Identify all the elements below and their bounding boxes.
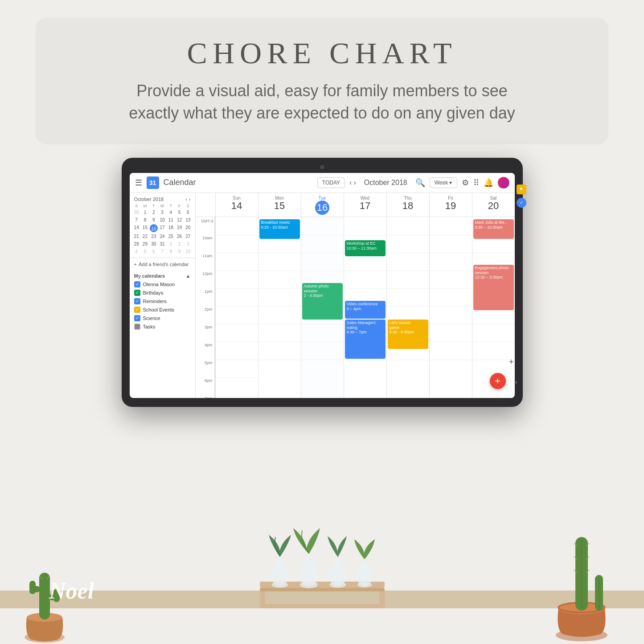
mini-day[interactable]: 4: [167, 209, 175, 216]
mini-day[interactable]: 3: [184, 241, 192, 247]
mini-day[interactable]: 9: [149, 217, 158, 223]
calendar-item-birthdays[interactable]: ✓ Birthdays: [134, 290, 191, 296]
settings-icon[interactable]: ⚙: [462, 178, 469, 188]
week-view-button[interactable]: Week ▾: [430, 177, 457, 188]
event-soccer[interactable]: Let's soccergame4:30 - 9:30pm: [388, 320, 428, 349]
next-arrow[interactable]: ›: [353, 179, 356, 187]
mini-day[interactable]: 5: [141, 248, 149, 255]
event-autumn-photo[interactable]: Autumn photosession2 - 4:30pm: [302, 283, 343, 320]
mini-day[interactable]: 31: [158, 241, 166, 247]
day-header-thu: Thu 18: [386, 193, 429, 217]
prev-arrow[interactable]: ‹: [349, 179, 352, 187]
mini-day[interactable]: 2: [175, 241, 184, 247]
mini-day[interactable]: 18: [167, 224, 175, 232]
mini-day[interactable]: 10: [184, 248, 192, 255]
mini-day[interactable]: 6: [184, 209, 192, 216]
event-sales-outing[interactable]: Sales Managers' outing4:30 – 7pm: [345, 320, 386, 359]
add-friend-label: Add a friend's calendar: [139, 262, 189, 267]
mini-day[interactable]: 26: [175, 233, 184, 240]
mini-day[interactable]: 29: [141, 241, 149, 247]
menu-icon[interactable]: ☰: [135, 178, 142, 188]
day-header-sat: Sat 20: [472, 193, 515, 217]
event-breakfast[interactable]: Breakfast meets9:20 - 10:30am: [259, 219, 300, 239]
svg-rect-21: [330, 564, 346, 586]
notifications-icon[interactable]: 🔔: [484, 178, 493, 188]
mini-day[interactable]: 24: [158, 233, 166, 240]
add-friend-calendar[interactable]: + Add a friend's calendar: [130, 258, 195, 271]
mini-day[interactable]: 13: [184, 217, 192, 223]
tablet-device: ☰ 31 Calendar TODAY ‹ › October 2018 🔍 W…: [122, 158, 523, 407]
svg-rect-19: [305, 556, 312, 565]
mini-day[interactable]: 4: [132, 248, 141, 255]
mini-day[interactable]: 7: [158, 248, 166, 255]
mini-day[interactable]: 20: [184, 224, 192, 232]
calendar-item-school-events[interactable]: ✓ School Events: [134, 307, 191, 313]
brand-watermark: Noel: [49, 578, 94, 604]
search-icon[interactable]: 🔍: [415, 178, 425, 188]
day-col-tue: Autumn photosession2 - 4:30pm: [301, 217, 344, 398]
day-header-tue: Tue 16: [301, 193, 344, 217]
mini-day[interactable]: 12: [175, 217, 184, 223]
mini-cal-next[interactable]: ›: [189, 197, 191, 202]
mini-day[interactable]: 7: [132, 217, 141, 223]
mini-cal-prev[interactable]: ‹: [185, 197, 187, 202]
mini-day[interactable]: 15: [141, 224, 149, 232]
mini-day[interactable]: 9: [175, 248, 184, 255]
avatar[interactable]: [498, 177, 509, 189]
mini-day[interactable]: 6: [149, 248, 158, 255]
mini-day[interactable]: 1: [167, 241, 175, 247]
mini-day[interactable]: 28: [132, 241, 141, 247]
time-label-2pm: 2pm: [196, 306, 215, 324]
svg-rect-24: [357, 566, 372, 586]
mini-day[interactable]: 19: [175, 224, 184, 232]
svg-rect-10: [260, 588, 385, 591]
today-button[interactable]: TODAY: [317, 177, 345, 188]
calendar-header: ☰ 31 Calendar TODAY ‹ › October 2018 🔍 W…: [130, 173, 515, 193]
mini-day[interactable]: 8: [141, 217, 149, 223]
calendar-name: Science: [143, 316, 160, 321]
side-icon-blue: ✓: [517, 198, 526, 208]
mini-day[interactable]: 22: [141, 233, 149, 240]
calendar-item-tasks[interactable]: Tasks: [134, 324, 191, 330]
mini-day[interactable]: 11: [167, 217, 175, 223]
time-label-3pm: 3pm: [196, 324, 215, 342]
time-label-10am: 10am: [196, 235, 215, 253]
calendar-checkbox: ✓: [134, 307, 140, 313]
expand-icon[interactable]: +: [509, 357, 514, 367]
calendar-item-science[interactable]: ✓ Science: [134, 315, 191, 321]
mini-day[interactable]: 23: [149, 233, 158, 240]
event-meet-julia[interactable]: Meet Julia at the...9:30 – 10:30am: [473, 219, 514, 239]
calendar-name: Reminders: [143, 299, 167, 304]
mini-day[interactable]: 8: [167, 248, 175, 255]
fab-add-event[interactable]: +: [490, 373, 506, 389]
svg-rect-2: [39, 573, 50, 619]
time-label-7pm: 7pm: [196, 395, 215, 398]
event-video-conference[interactable]: Video conference3 – 4pm: [345, 301, 386, 319]
chevron-up-icon[interactable]: ▲: [186, 273, 191, 279]
mini-day[interactable]: 5: [175, 209, 184, 216]
mini-day[interactable]: 17: [158, 224, 166, 232]
my-calendars-section: My calendars ▲ ✓ Olenna Mason ✓ Birthday…: [130, 271, 195, 335]
time-label-12pm: 12pm: [196, 271, 215, 288]
event-engagement[interactable]: Engagement photo session12:30 – 3:30pm: [473, 265, 514, 310]
page-subtitle: Provide a visual aid, easy for family me…: [62, 80, 582, 125]
mini-day[interactable]: 21: [132, 233, 141, 240]
mini-day[interactable]: 2: [149, 209, 158, 216]
day-header-sun: Sun 14: [215, 193, 258, 217]
mini-day[interactable]: 10: [158, 217, 166, 223]
event-workshop[interactable]: Workshop at EC10:30 – 11:30am: [345, 240, 386, 256]
calendar-sidebar: October 2018 ‹ › SMTWTFS 30 1: [130, 193, 196, 398]
gmt-label: GMT-4: [196, 217, 215, 235]
mini-day[interactable]: 30: [132, 209, 141, 216]
mini-day[interactable]: 27: [184, 233, 192, 240]
calendar-item-reminders[interactable]: ✓ Reminders: [134, 298, 191, 304]
mini-day[interactable]: 14: [132, 224, 141, 232]
mini-day[interactable]: 1: [141, 209, 149, 216]
mini-day[interactable]: 3: [158, 209, 166, 216]
apps-icon[interactable]: ⠿: [473, 178, 479, 188]
svg-rect-11: [260, 591, 265, 606]
mini-day[interactable]: 25: [167, 233, 175, 240]
calendar-item-olenna[interactable]: ✓ Olenna Mason: [134, 281, 191, 287]
mini-day-today[interactable]: 16: [150, 224, 158, 232]
mini-day[interactable]: 30: [149, 241, 158, 247]
